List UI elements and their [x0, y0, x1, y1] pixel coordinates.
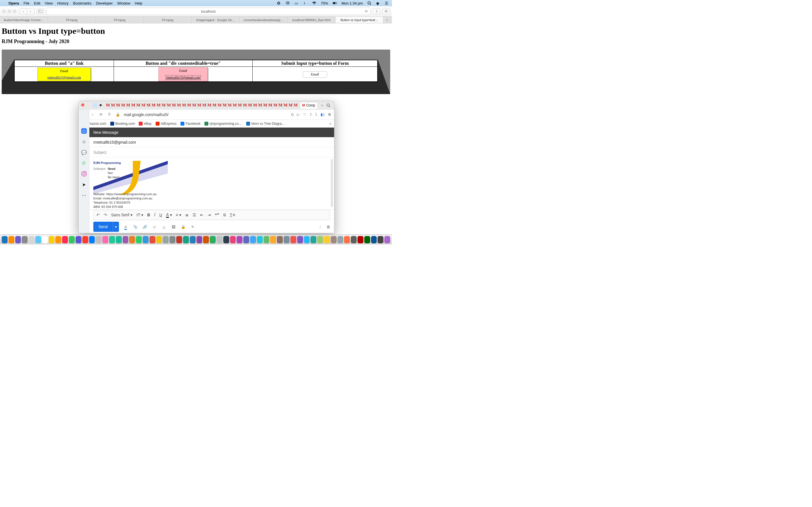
home-icon[interactable]: ⌂	[81, 128, 87, 134]
gmail-tab[interactable]: M	[273, 103, 278, 108]
numbered-list-icon[interactable]: ≣	[185, 213, 189, 217]
sidebar-button[interactable]	[37, 8, 44, 14]
compose-tab[interactable]: M Comp	[300, 102, 318, 109]
dock-app-icon[interactable]	[331, 236, 337, 243]
gmail-tab[interactable]: M	[222, 103, 227, 108]
dock-app-icon[interactable]	[377, 236, 384, 243]
gmail-tab[interactable]: M	[268, 103, 273, 108]
font-select[interactable]: Sans Serif ▾	[111, 213, 133, 217]
clear-format-icon[interactable]: T✕	[230, 213, 236, 217]
dock-app-icon[interactable]	[15, 236, 21, 243]
tab-icon[interactable]	[93, 103, 98, 108]
gmail-tab[interactable]: M	[121, 103, 126, 108]
gmail-tab[interactable]: M	[197, 103, 202, 108]
email-link[interactable]: rmetcalfe15@gmail.com	[47, 75, 81, 80]
gmail-tab[interactable]: M	[217, 103, 222, 108]
dock-app-icon[interactable]	[82, 236, 88, 243]
dock-app-icon[interactable]	[364, 236, 370, 243]
url-text[interactable]: mail.google.com/mail/u/0/	[124, 112, 168, 117]
gmail-tab[interactable]: M	[141, 103, 146, 108]
italic-button[interactable]: I	[154, 213, 155, 217]
signature-icon[interactable]: ✎	[190, 225, 196, 229]
bookmark-item[interactable]: Booking.com	[110, 122, 135, 126]
gmail-tab[interactable]: M	[248, 103, 253, 108]
drive-icon[interactable]: △	[161, 225, 167, 229]
dock-app-icon[interactable]	[109, 236, 115, 243]
dock-app-icon[interactable]	[129, 236, 135, 243]
dock-app-icon[interactable]	[324, 236, 330, 243]
gmail-tab[interactable]: M	[192, 103, 197, 108]
dock-app-icon[interactable]	[237, 236, 243, 243]
gmail-tab[interactable]: M	[278, 103, 283, 108]
email-editable[interactable]: rmetcalfe15@gmail.com	[165, 75, 201, 80]
confidential-icon[interactable]: 🔒	[181, 225, 186, 229]
quote-icon[interactable]: ❝❞	[215, 213, 219, 217]
bookmark-item[interactable]: eBay	[139, 122, 151, 126]
dock-app-icon[interactable]	[250, 236, 256, 243]
gmail-tab[interactable]: M	[207, 103, 212, 108]
messenger-icon[interactable]: 💬	[81, 150, 87, 155]
dock-app-icon[interactable]	[344, 236, 350, 243]
download-icon[interactable]: ⤵	[315, 112, 317, 117]
bookmarks-overflow-icon[interactable]: »	[329, 122, 331, 126]
apps-icon[interactable]: ⠿	[107, 112, 112, 117]
subject-field[interactable]: Subject	[89, 147, 334, 158]
gmail-tab[interactable]: M	[171, 103, 176, 108]
dock-app-icon[interactable]	[42, 236, 48, 243]
bookmark-item[interactable]: Venn vs Tree Diagra…	[246, 122, 285, 126]
dock-app-icon[interactable]	[22, 236, 28, 243]
gmail-tab[interactable]: M	[156, 103, 161, 108]
bookmark-item[interactable]: rjmprogramming.co…	[204, 122, 242, 126]
dock-app-icon[interactable]	[169, 236, 175, 243]
dock-app-icon[interactable]	[190, 236, 196, 243]
menu-file[interactable]: File	[24, 1, 30, 5]
dock-app-icon[interactable]	[297, 236, 303, 243]
browser-tab[interactable]: localhost:8888/lm_flyer.html	[288, 17, 336, 23]
dock-app-icon[interactable]	[277, 236, 283, 243]
dock-app-icon[interactable]	[338, 236, 343, 243]
gmail-tab[interactable]: M	[116, 103, 121, 108]
url-bar[interactable]: localhost ⟳	[46, 8, 370, 15]
bluetooth-icon[interactable]: ᚼ	[303, 1, 308, 5]
browser-tab[interactable]: FFmpeg	[96, 17, 144, 23]
speed-dial-icon[interactable]: ❖	[99, 103, 104, 107]
instagram-icon[interactable]	[81, 171, 87, 177]
easy-setup-icon[interactable]: ⚙	[328, 112, 331, 117]
dock-app-icon[interactable]	[290, 236, 296, 243]
dock-app-icon[interactable]	[96, 236, 101, 243]
dock-app-icon[interactable]	[163, 236, 168, 243]
attach-icon[interactable]: 📎	[133, 225, 138, 229]
gmail-tab[interactable]: M	[258, 103, 263, 108]
dock-app-icon[interactable]	[197, 236, 202, 243]
browser-tab[interactable]: Button vs Input type=butt…	[336, 17, 384, 23]
dock-app-icon[interactable]	[304, 236, 310, 243]
dock-app-icon[interactable]	[156, 236, 162, 243]
reload-icon[interactable]: ⟳	[98, 112, 103, 117]
scrollbar[interactable]	[331, 159, 333, 207]
discard-icon[interactable]: 🗑	[326, 225, 330, 229]
menu-history[interactable]: History	[57, 1, 68, 5]
browser-tab[interactable]: Audio/Video/Image Conver…	[0, 17, 48, 23]
status-icon[interactable]: ✪	[277, 1, 282, 5]
undo-icon[interactable]: ↶	[96, 213, 100, 217]
dock-app-icon[interactable]	[223, 236, 229, 243]
gmail-tab[interactable]: M	[110, 103, 116, 108]
bulleted-list-icon[interactable]: ☰	[193, 213, 196, 217]
gmail-tab[interactable]: M	[146, 103, 151, 108]
yellow-email-button[interactable]: Email rmetcalfe15@gmail.com	[38, 68, 91, 81]
battery-saver-icon[interactable]: ▮▯	[320, 112, 324, 117]
dock-app-icon[interactable]	[89, 236, 95, 243]
gmail-tab[interactable]: M	[283, 103, 288, 108]
dock-app-icon[interactable]	[176, 236, 182, 243]
gmail-tab[interactable]: M	[151, 103, 156, 108]
gmail-tab[interactable]: M	[263, 103, 268, 108]
dock-app-icon[interactable]	[149, 236, 155, 243]
dock-app-icon[interactable]	[284, 236, 290, 243]
format-icon[interactable]: A	[123, 225, 129, 229]
menu-view[interactable]: View	[45, 1, 53, 5]
bookmark-item[interactable]: Facebook	[181, 122, 200, 126]
emoji-icon[interactable]: ☺	[152, 225, 157, 229]
more-options-icon[interactable]: ⋮	[318, 225, 322, 229]
strikethrough-icon[interactable]: S	[223, 213, 226, 217]
menu-edit[interactable]: Edit	[34, 1, 40, 5]
